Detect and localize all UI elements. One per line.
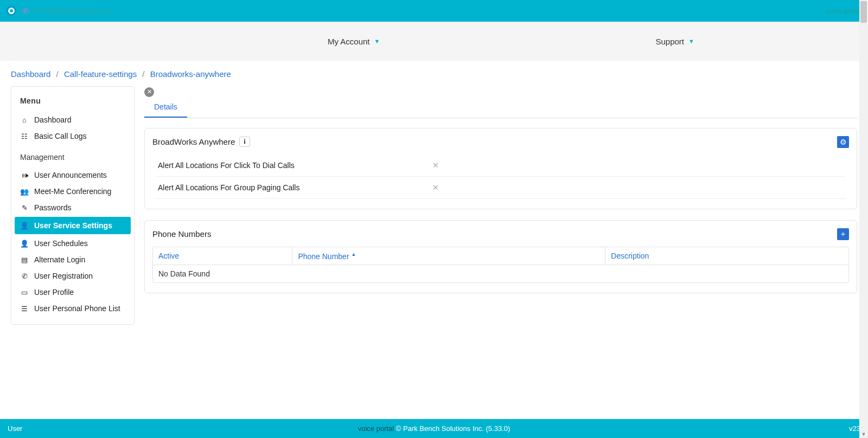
home-icon: ⌂ (20, 116, 29, 124)
user-gear-icon: 👤 (20, 222, 29, 230)
sidebar-mgmt-title: Management (11, 144, 134, 167)
key-icon: ✎ (20, 204, 29, 212)
sidebar-item-user-service-settings[interactable]: 👤 User Service Settings (15, 217, 131, 234)
topbar-left: (✆7273344500@odinapi.net) (7, 6, 113, 16)
phone-numbers-table: Active Phone Number ▲ Description No Dat… (152, 247, 849, 284)
setting-row: Alert All Locations For Group Paging Cal… (156, 177, 846, 199)
panel-title: Phone Numbers (152, 229, 211, 239)
sidebar-item-label: User Profile (34, 288, 74, 297)
sidebar-item-label: User Schedules (34, 239, 88, 248)
id-icon: ▤ (20, 256, 29, 264)
user-id[interactable]: (✆7273344500@odinapi.net) (21, 7, 113, 15)
th-phone-label: Phone Number (298, 252, 349, 260)
th-active[interactable]: Active (153, 247, 292, 265)
user-id-text: 7273344500@odinapi.net (30, 7, 111, 15)
breadcrumb-broadworks[interactable]: Broadworks-anywhere (150, 69, 231, 79)
panel-title: BroadWorks Anywhere i (152, 137, 250, 147)
breadcrumb-sep: / (142, 69, 144, 79)
tabs: Details (144, 99, 857, 118)
x-icon: ✕ (432, 161, 844, 170)
close-icon: ✕ (147, 88, 152, 95)
sidebar-item-label: User Service Settings (34, 221, 112, 230)
sidebar-item-label: Meet-Me Conferencing (34, 187, 111, 196)
add-button[interactable]: ＋ (837, 228, 849, 240)
list-icon: ☰ (20, 305, 29, 313)
main-area: Menu ⌂ Dashboard ☷ Basic Call Logs Manag… (0, 86, 868, 419)
breadcrumb-dashboard[interactable]: Dashboard (11, 69, 50, 79)
sidebar-item-meetme[interactable]: 👥 Meet-Me Conferencing (11, 183, 134, 199)
card-icon: ▭ (20, 288, 29, 297)
tab-details[interactable]: Details (144, 99, 187, 118)
sidebar-menu-title: Menu (11, 94, 134, 112)
chevron-down-icon: ▼ (688, 38, 694, 44)
th-phone-number[interactable]: Phone Number ▲ (292, 247, 605, 265)
sidebar-item-announcements[interactable]: 🕪 User Announcements (11, 167, 134, 183)
panel-title-text: Phone Numbers (152, 229, 211, 239)
settings-button[interactable]: ⚙ (837, 136, 849, 148)
setting-label: Alert All Locations For Click To Dial Ca… (158, 161, 295, 170)
no-data-row: No Data Found (153, 265, 848, 282)
panel-phone-numbers: Phone Numbers ＋ Active Phone Number ▲ De… (144, 220, 857, 294)
footer-left: User (8, 424, 22, 433)
user-clock-icon: 👤 (20, 240, 29, 248)
nav-support-label: Support (655, 37, 684, 46)
x-icon: ✕ (432, 183, 844, 192)
th-description[interactable]: Description (605, 247, 848, 265)
breadcrumb: Dashboard / Call-feature-settings / Broa… (0, 61, 868, 86)
panel-broadworks: BroadWorks Anywhere i ⚙ Alert All Locati… (144, 128, 857, 209)
scroll-down-icon[interactable]: ▼ (859, 431, 868, 437)
footer-portal: voice portal (358, 424, 394, 433)
sidebar-item-label: User Personal Phone List (34, 304, 120, 313)
sidebar-item-dashboard[interactable]: ⌂ Dashboard (11, 112, 134, 128)
table-header: Active Phone Number ▲ Description (153, 247, 848, 266)
nav-my-account[interactable]: My Account ▼ (320, 33, 387, 50)
breadcrumb-call-feature[interactable]: Call-feature-settings (64, 69, 137, 79)
info-button[interactable]: i (239, 137, 250, 147)
sidebar-item-label: Passwords (34, 203, 71, 212)
topbar-right-link[interactable]: voice portal (826, 7, 861, 15)
chevron-down-icon: ▼ (374, 38, 380, 44)
topbar: (✆7273344500@odinapi.net) voice portal (0, 0, 868, 22)
sidebar: Menu ⌂ Dashboard ☷ Basic Call Logs Manag… (11, 86, 135, 325)
setting-label: Alert All Locations For Group Paging Cal… (158, 183, 299, 192)
sidebar-item-label: User Announcements (34, 171, 107, 179)
panel-header: Phone Numbers ＋ (152, 228, 849, 247)
list-icon: ☷ (20, 132, 29, 140)
sidebar-item-user-profile[interactable]: ▭ User Profile (11, 284, 134, 300)
plus-icon: ＋ (839, 229, 847, 239)
breadcrumb-sep: / (56, 69, 59, 79)
content: ✕ Details BroadWorks Anywhere i ⚙ Alert … (144, 86, 857, 408)
sidebar-item-label: Alternate Login (34, 255, 85, 264)
close-button[interactable]: ✕ (144, 87, 154, 97)
secondary-nav: My Account ▼ Support ▼ (0, 22, 868, 61)
panel-title-text: BroadWorks Anywhere (152, 137, 235, 146)
sort-asc-icon: ▲ (351, 252, 356, 257)
sidebar-item-alternate-login[interactable]: ▤ Alternate Login (11, 252, 134, 268)
sidebar-item-passwords[interactable]: ✎ Passwords (11, 199, 134, 216)
gear-icon: ⚙ (840, 138, 847, 146)
panel-header: BroadWorks Anywhere i ⚙ (152, 136, 849, 154)
setting-row: Alert All Locations For Click To Dial Ca… (156, 154, 846, 177)
footer-version: v23 (849, 424, 860, 433)
sidebar-item-basic-call-logs[interactable]: ☷ Basic Call Logs (11, 128, 134, 144)
sidebar-item-label: Basic Call Logs (34, 132, 87, 140)
sidebar-item-phone-list[interactable]: ☰ User Personal Phone List (11, 300, 134, 317)
footer-copyright: © Park Bench Solutions Inc. (5.33.0) (396, 424, 510, 433)
nav-my-account-label: My Account (328, 37, 370, 46)
footer: User voice portal © Park Bench Solutions… (0, 419, 868, 438)
phone-icon: ✆ (23, 7, 29, 15)
logo-icon (7, 6, 16, 16)
footer-center: voice portal © Park Bench Solutions Inc.… (358, 424, 510, 433)
sidebar-item-user-registration[interactable]: ✆ User Registration (11, 268, 134, 284)
sidebar-item-user-schedules[interactable]: 👤 User Schedules (11, 235, 134, 252)
bullhorn-icon: 🕪 (20, 171, 29, 179)
sidebar-item-label: User Registration (34, 272, 93, 280)
sidebar-item-label: Dashboard (34, 115, 72, 124)
nav-support[interactable]: Support ▼ (648, 33, 701, 50)
scrollbar[interactable]: ▼ (859, 0, 868, 438)
phone-icon: ✆ (20, 272, 29, 280)
scrollbar-thumb[interactable] (860, 1, 867, 23)
users-icon: 👥 (20, 188, 29, 196)
